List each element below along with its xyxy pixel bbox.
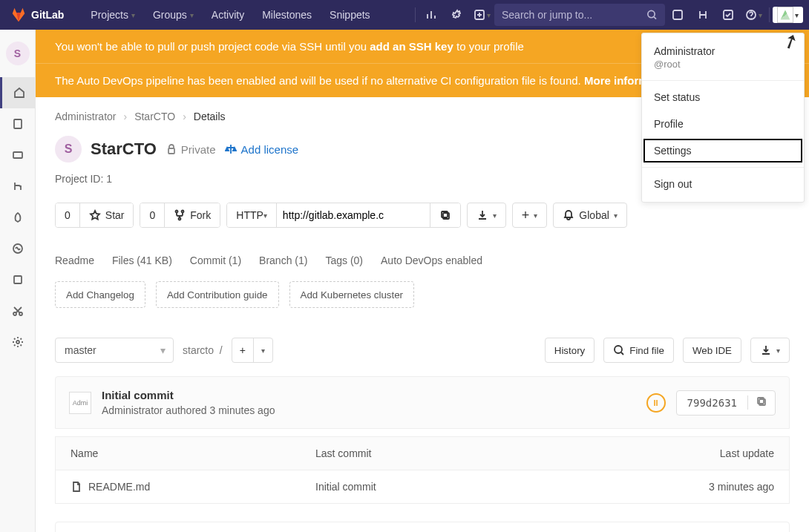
nav-issues-icon[interactable]	[665, 0, 690, 30]
add-button[interactable]: + ▾	[512, 203, 548, 228]
add-kubernetes-button[interactable]: Add Kubernetes cluster	[289, 281, 415, 308]
rail-registry[interactable]	[0, 264, 36, 295]
file-last-commit: Initial commit	[315, 481, 655, 493]
download-button[interactable]: ▾	[467, 203, 506, 228]
download-icon	[476, 209, 488, 221]
meta-branch[interactable]: Branch (1)	[259, 254, 307, 266]
svg-point-11	[16, 341, 19, 344]
copy-sha-button[interactable]	[747, 395, 775, 410]
readme-header: README.md	[56, 522, 789, 532]
fork-icon	[174, 209, 186, 221]
svg-rect-8	[14, 276, 22, 283]
add-changelog-button[interactable]: Add Changelog	[55, 281, 145, 308]
rail-repo[interactable]	[0, 108, 36, 139]
meta-readme[interactable]: Readme	[55, 254, 94, 266]
download-source-button[interactable]: ▾	[750, 338, 790, 363]
find-file-button[interactable]: Find file	[603, 338, 674, 363]
add-buttons-row: Add Changelog Add Contribution guide Add…	[55, 281, 790, 308]
download-icon	[760, 344, 772, 356]
pipeline-status-badge[interactable]: II	[646, 393, 666, 413]
brand-text: GitLab	[31, 9, 64, 21]
svg-point-13	[176, 211, 178, 213]
add-contribution-button[interactable]: Add Contribution guide	[156, 281, 279, 308]
svg-point-1	[648, 10, 655, 17]
col-name: Name	[71, 447, 315, 459]
repo-add-button[interactable]: +	[232, 338, 254, 362]
repo-add-caret[interactable]: ▾	[254, 338, 272, 362]
clone-url-input[interactable]	[283, 203, 424, 227]
project-name: StarCTO	[91, 139, 157, 159]
menu-profile[interactable]: Profile	[642, 111, 804, 137]
last-commit-box: Admi Initial commit Administrator author…	[55, 376, 790, 429]
repo-controls: master▾ starcto / + ▾ History Find file …	[55, 338, 790, 363]
copy-url-button[interactable]	[430, 203, 460, 227]
scissors-icon	[12, 305, 24, 317]
nav-projects[interactable]: Projects ▾	[82, 0, 144, 30]
copy-icon	[756, 395, 767, 407]
breadcrumb-admin[interactable]: Administrator	[55, 111, 116, 122]
nav-snippets[interactable]: Snippets	[321, 0, 379, 30]
nav-activity[interactable]: Activity	[203, 0, 253, 30]
meta-devops[interactable]: Auto DevOps enabled	[381, 254, 482, 266]
fork-button[interactable]: Fork	[164, 203, 220, 227]
nav-stats-icon[interactable]	[419, 0, 444, 30]
search-box[interactable]	[494, 4, 665, 26]
protocol-select[interactable]: HTTP ▾	[227, 203, 276, 227]
rail-issues[interactable]	[0, 139, 36, 171]
package-icon	[12, 274, 24, 286]
commit-title[interactable]: Initial commit	[102, 389, 275, 401]
doc-icon	[12, 118, 24, 130]
fork-count: 0	[140, 203, 164, 227]
merge-icon	[12, 180, 24, 192]
meta-files[interactable]: Files (41 KB)	[112, 254, 172, 266]
menu-set-status[interactable]: Set status	[642, 84, 804, 111]
rail-ci[interactable]	[0, 202, 36, 233]
rail-snippets[interactable]	[0, 295, 36, 326]
meta-commit[interactable]: Commit (1)	[190, 254, 241, 266]
svg-rect-6	[13, 152, 22, 158]
file-row[interactable]: README.md Initial commit 3 minutes ago	[56, 470, 789, 503]
gitlab-logo[interactable]: GitLab	[10, 7, 64, 23]
project-avatar-rail[interactable]: S	[6, 42, 30, 65]
rail-ops[interactable]	[0, 233, 36, 264]
add-license-link[interactable]: Add license	[225, 143, 299, 156]
nav-groups[interactable]: Groups ▾	[144, 0, 203, 30]
bell-icon	[563, 209, 574, 221]
commit-author-avatar: Admi	[69, 392, 91, 414]
menu-settings[interactable]: Settings	[642, 137, 804, 164]
breadcrumb-project[interactable]: StarCTO	[134, 111, 175, 122]
repo-crumb[interactable]: starcto /	[183, 344, 223, 356]
nav-mr-icon[interactable]	[690, 0, 715, 30]
nav-help-icon[interactable]: ▾	[741, 0, 766, 30]
star-button[interactable]: Star	[79, 203, 134, 227]
nav-admin-icon[interactable]	[444, 0, 469, 30]
history-button[interactable]: History	[545, 338, 595, 363]
nav-plus-icon[interactable]: ▾	[469, 0, 494, 30]
notification-button[interactable]: Global ▾	[553, 203, 626, 228]
commit-sha[interactable]: 799d2631	[677, 397, 747, 409]
meta-tags[interactable]: Tags (0)	[325, 254, 363, 266]
svg-point-18	[615, 346, 622, 353]
rail-settings[interactable]	[0, 326, 36, 358]
project-actions: 0 Star 0 Fork HTTP ▾ ▾ + ▾	[55, 203, 790, 228]
add-ssh-key-link[interactable]: add an SSH key	[370, 40, 453, 53]
star-icon	[89, 209, 101, 221]
issues-icon	[12, 149, 24, 161]
nav-todo-icon[interactable]	[715, 0, 741, 30]
menu-sign-out[interactable]: Sign out	[642, 171, 804, 197]
svg-point-14	[182, 211, 184, 213]
user-avatar-button[interactable]: ▾	[773, 7, 803, 23]
left-sidebar: S	[0, 30, 36, 532]
file-last-update: 3 minutes ago	[655, 481, 774, 493]
search-input[interactable]	[502, 9, 646, 21]
lock-icon	[166, 143, 177, 155]
nav-milestones[interactable]: Milestones	[253, 0, 321, 30]
file-table-header: Name Last commit Last update	[56, 436, 789, 470]
rail-home[interactable]	[0, 77, 36, 108]
rail-mr[interactable]	[0, 171, 36, 202]
copy-icon	[439, 209, 451, 221]
ops-icon	[12, 243, 24, 254]
branch-select[interactable]: master▾	[55, 338, 174, 363]
web-ide-button[interactable]: Web IDE	[683, 338, 741, 363]
visibility-badge: Private	[166, 143, 216, 156]
